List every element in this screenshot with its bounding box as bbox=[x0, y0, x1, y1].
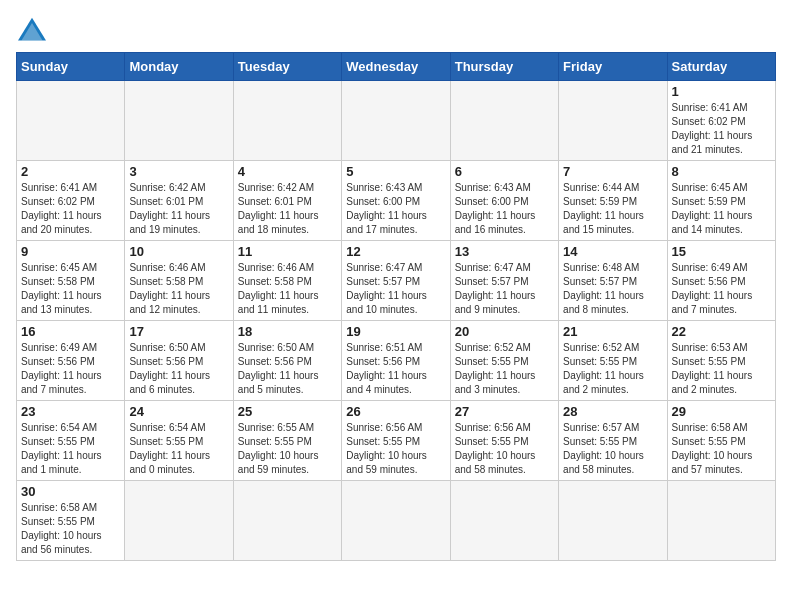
calendar-cell: 17Sunrise: 6:50 AM Sunset: 5:56 PM Dayli… bbox=[125, 321, 233, 401]
day-number: 9 bbox=[21, 244, 120, 259]
day-info: Sunrise: 6:56 AM Sunset: 5:55 PM Dayligh… bbox=[455, 421, 554, 477]
calendar-cell bbox=[233, 81, 341, 161]
calendar-cell: 24Sunrise: 6:54 AM Sunset: 5:55 PM Dayli… bbox=[125, 401, 233, 481]
day-info: Sunrise: 6:51 AM Sunset: 5:56 PM Dayligh… bbox=[346, 341, 445, 397]
day-info: Sunrise: 6:52 AM Sunset: 5:55 PM Dayligh… bbox=[455, 341, 554, 397]
weekday-header-friday: Friday bbox=[559, 53, 667, 81]
day-number: 20 bbox=[455, 324, 554, 339]
day-info: Sunrise: 6:50 AM Sunset: 5:56 PM Dayligh… bbox=[238, 341, 337, 397]
day-info: Sunrise: 6:52 AM Sunset: 5:55 PM Dayligh… bbox=[563, 341, 662, 397]
calendar-cell: 19Sunrise: 6:51 AM Sunset: 5:56 PM Dayli… bbox=[342, 321, 450, 401]
day-info: Sunrise: 6:43 AM Sunset: 6:00 PM Dayligh… bbox=[455, 181, 554, 237]
calendar-cell: 4Sunrise: 6:42 AM Sunset: 6:01 PM Daylig… bbox=[233, 161, 341, 241]
day-info: Sunrise: 6:58 AM Sunset: 5:55 PM Dayligh… bbox=[21, 501, 120, 557]
day-number: 26 bbox=[346, 404, 445, 419]
day-info: Sunrise: 6:41 AM Sunset: 6:02 PM Dayligh… bbox=[21, 181, 120, 237]
page-header bbox=[16, 16, 776, 44]
weekday-header-tuesday: Tuesday bbox=[233, 53, 341, 81]
day-info: Sunrise: 6:43 AM Sunset: 6:00 PM Dayligh… bbox=[346, 181, 445, 237]
day-info: Sunrise: 6:45 AM Sunset: 5:59 PM Dayligh… bbox=[672, 181, 771, 237]
calendar-cell: 7Sunrise: 6:44 AM Sunset: 5:59 PM Daylig… bbox=[559, 161, 667, 241]
calendar-cell: 27Sunrise: 6:56 AM Sunset: 5:55 PM Dayli… bbox=[450, 401, 558, 481]
week-row-3: 9Sunrise: 6:45 AM Sunset: 5:58 PM Daylig… bbox=[17, 241, 776, 321]
calendar-cell bbox=[342, 481, 450, 561]
day-info: Sunrise: 6:58 AM Sunset: 5:55 PM Dayligh… bbox=[672, 421, 771, 477]
day-number: 28 bbox=[563, 404, 662, 419]
generalblue-logo-icon bbox=[16, 16, 48, 44]
calendar-cell: 1Sunrise: 6:41 AM Sunset: 6:02 PM Daylig… bbox=[667, 81, 775, 161]
calendar-cell bbox=[17, 81, 125, 161]
day-info: Sunrise: 6:47 AM Sunset: 5:57 PM Dayligh… bbox=[346, 261, 445, 317]
calendar-cell: 10Sunrise: 6:46 AM Sunset: 5:58 PM Dayli… bbox=[125, 241, 233, 321]
week-row-5: 23Sunrise: 6:54 AM Sunset: 5:55 PM Dayli… bbox=[17, 401, 776, 481]
calendar-cell: 5Sunrise: 6:43 AM Sunset: 6:00 PM Daylig… bbox=[342, 161, 450, 241]
day-info: Sunrise: 6:57 AM Sunset: 5:55 PM Dayligh… bbox=[563, 421, 662, 477]
calendar-cell: 6Sunrise: 6:43 AM Sunset: 6:00 PM Daylig… bbox=[450, 161, 558, 241]
day-info: Sunrise: 6:49 AM Sunset: 5:56 PM Dayligh… bbox=[21, 341, 120, 397]
calendar-cell: 8Sunrise: 6:45 AM Sunset: 5:59 PM Daylig… bbox=[667, 161, 775, 241]
calendar-cell bbox=[450, 481, 558, 561]
weekday-header-wednesday: Wednesday bbox=[342, 53, 450, 81]
day-number: 17 bbox=[129, 324, 228, 339]
calendar-cell: 3Sunrise: 6:42 AM Sunset: 6:01 PM Daylig… bbox=[125, 161, 233, 241]
day-info: Sunrise: 6:42 AM Sunset: 6:01 PM Dayligh… bbox=[129, 181, 228, 237]
calendar-cell: 2Sunrise: 6:41 AM Sunset: 6:02 PM Daylig… bbox=[17, 161, 125, 241]
calendar-cell bbox=[450, 81, 558, 161]
day-number: 29 bbox=[672, 404, 771, 419]
day-info: Sunrise: 6:54 AM Sunset: 5:55 PM Dayligh… bbox=[21, 421, 120, 477]
day-info: Sunrise: 6:55 AM Sunset: 5:55 PM Dayligh… bbox=[238, 421, 337, 477]
day-info: Sunrise: 6:47 AM Sunset: 5:57 PM Dayligh… bbox=[455, 261, 554, 317]
calendar-cell: 15Sunrise: 6:49 AM Sunset: 5:56 PM Dayli… bbox=[667, 241, 775, 321]
calendar-cell bbox=[559, 481, 667, 561]
calendar-cell bbox=[342, 81, 450, 161]
week-row-2: 2Sunrise: 6:41 AM Sunset: 6:02 PM Daylig… bbox=[17, 161, 776, 241]
day-number: 23 bbox=[21, 404, 120, 419]
calendar-cell bbox=[233, 481, 341, 561]
calendar-cell: 16Sunrise: 6:49 AM Sunset: 5:56 PM Dayli… bbox=[17, 321, 125, 401]
day-number: 5 bbox=[346, 164, 445, 179]
day-info: Sunrise: 6:44 AM Sunset: 5:59 PM Dayligh… bbox=[563, 181, 662, 237]
calendar-cell: 21Sunrise: 6:52 AM Sunset: 5:55 PM Dayli… bbox=[559, 321, 667, 401]
day-info: Sunrise: 6:50 AM Sunset: 5:56 PM Dayligh… bbox=[129, 341, 228, 397]
logo bbox=[16, 16, 52, 44]
calendar-cell bbox=[125, 481, 233, 561]
day-info: Sunrise: 6:45 AM Sunset: 5:58 PM Dayligh… bbox=[21, 261, 120, 317]
day-info: Sunrise: 6:46 AM Sunset: 5:58 PM Dayligh… bbox=[129, 261, 228, 317]
day-number: 13 bbox=[455, 244, 554, 259]
day-number: 18 bbox=[238, 324, 337, 339]
day-info: Sunrise: 6:41 AM Sunset: 6:02 PM Dayligh… bbox=[672, 101, 771, 157]
day-number: 21 bbox=[563, 324, 662, 339]
calendar-cell: 9Sunrise: 6:45 AM Sunset: 5:58 PM Daylig… bbox=[17, 241, 125, 321]
weekday-header-sunday: Sunday bbox=[17, 53, 125, 81]
weekday-header-saturday: Saturday bbox=[667, 53, 775, 81]
week-row-1: 1Sunrise: 6:41 AM Sunset: 6:02 PM Daylig… bbox=[17, 81, 776, 161]
calendar-cell: 26Sunrise: 6:56 AM Sunset: 5:55 PM Dayli… bbox=[342, 401, 450, 481]
day-info: Sunrise: 6:53 AM Sunset: 5:55 PM Dayligh… bbox=[672, 341, 771, 397]
calendar-cell: 14Sunrise: 6:48 AM Sunset: 5:57 PM Dayli… bbox=[559, 241, 667, 321]
day-number: 22 bbox=[672, 324, 771, 339]
calendar-cell bbox=[667, 481, 775, 561]
calendar-cell: 23Sunrise: 6:54 AM Sunset: 5:55 PM Dayli… bbox=[17, 401, 125, 481]
day-info: Sunrise: 6:42 AM Sunset: 6:01 PM Dayligh… bbox=[238, 181, 337, 237]
day-number: 14 bbox=[563, 244, 662, 259]
day-number: 15 bbox=[672, 244, 771, 259]
calendar-cell: 13Sunrise: 6:47 AM Sunset: 5:57 PM Dayli… bbox=[450, 241, 558, 321]
weekday-header-row: SundayMondayTuesdayWednesdayThursdayFrid… bbox=[17, 53, 776, 81]
calendar-cell: 11Sunrise: 6:46 AM Sunset: 5:58 PM Dayli… bbox=[233, 241, 341, 321]
day-number: 1 bbox=[672, 84, 771, 99]
calendar-cell: 29Sunrise: 6:58 AM Sunset: 5:55 PM Dayli… bbox=[667, 401, 775, 481]
day-number: 16 bbox=[21, 324, 120, 339]
day-number: 19 bbox=[346, 324, 445, 339]
calendar-table: SundayMondayTuesdayWednesdayThursdayFrid… bbox=[16, 52, 776, 561]
day-number: 25 bbox=[238, 404, 337, 419]
day-info: Sunrise: 6:46 AM Sunset: 5:58 PM Dayligh… bbox=[238, 261, 337, 317]
day-number: 11 bbox=[238, 244, 337, 259]
day-number: 24 bbox=[129, 404, 228, 419]
day-info: Sunrise: 6:56 AM Sunset: 5:55 PM Dayligh… bbox=[346, 421, 445, 477]
calendar-cell bbox=[125, 81, 233, 161]
calendar-cell: 20Sunrise: 6:52 AM Sunset: 5:55 PM Dayli… bbox=[450, 321, 558, 401]
calendar-cell: 30Sunrise: 6:58 AM Sunset: 5:55 PM Dayli… bbox=[17, 481, 125, 561]
day-number: 4 bbox=[238, 164, 337, 179]
day-number: 10 bbox=[129, 244, 228, 259]
day-number: 7 bbox=[563, 164, 662, 179]
